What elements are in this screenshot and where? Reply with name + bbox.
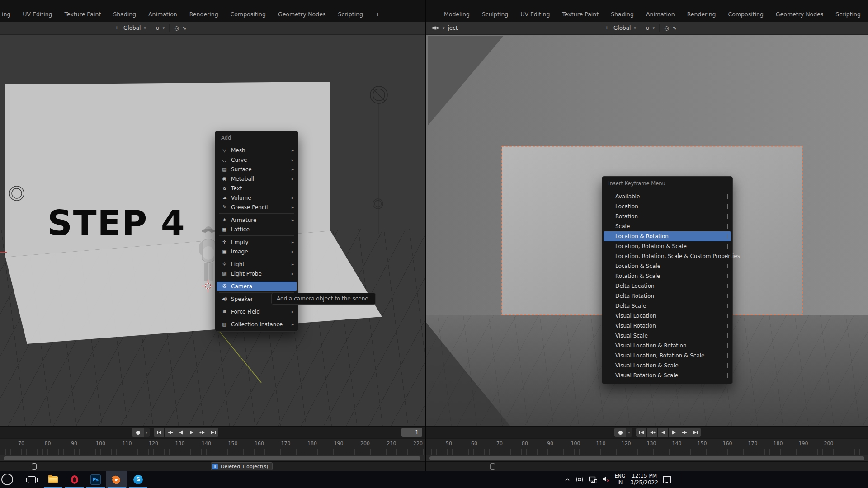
keyframe-menu-item[interactable]: Visual Scale xyxy=(604,331,731,341)
keyframe-menu-item[interactable]: Available xyxy=(604,192,731,202)
eye-icon[interactable] xyxy=(431,25,439,31)
orientation-label[interactable]: Global xyxy=(123,25,141,31)
add-menu-item[interactable]: ◡ Curve ▸ xyxy=(217,155,297,164)
timeline-scroll-track[interactable] xyxy=(0,455,425,461)
taskbar-item-file-explorer[interactable] xyxy=(42,471,64,488)
keyframe-menu-item[interactable]: Location, Rotation, Scale & Custom Prope… xyxy=(604,251,731,261)
add-menu-item[interactable]: ◉ Metaball ▸ xyxy=(217,174,297,183)
timeline-ruler[interactable]: 7080901001101201301401501601701801902002… xyxy=(0,438,425,455)
workspace-tab[interactable]: Animation xyxy=(148,11,177,18)
workspace-tab[interactable]: Modeling xyxy=(444,11,470,18)
workspace-tab[interactable]: Scripting xyxy=(338,11,363,18)
prev-keyframe-button[interactable] xyxy=(165,428,175,437)
auto-keying-button[interactable] xyxy=(614,428,626,437)
jump-to-start-button[interactable] xyxy=(154,428,164,437)
add-menu-item[interactable]: ▥ Collection Instance ▸ xyxy=(217,319,297,329)
snap-magnet-icon[interactable]: ∪ xyxy=(646,25,650,31)
keyframe-menu-item[interactable]: Rotation & Scale xyxy=(604,271,731,281)
keyframe-menu-item[interactable]: Visual Location xyxy=(604,311,731,321)
add-menu-item[interactable]: ☼ Light ▸ xyxy=(217,259,297,269)
timeline-scrollbar[interactable] xyxy=(429,456,864,460)
add-menu-item[interactable]: ☁ Volume ▸ xyxy=(217,193,297,202)
keyframe-menu-item[interactable]: Visual Location & Scale xyxy=(604,361,731,371)
next-keyframe-button[interactable] xyxy=(197,428,208,437)
add-menu-item[interactable]: ✶ Armature ▸ xyxy=(217,215,297,225)
add-menu-item[interactable]: ✎ Grease Pencil ▸ xyxy=(217,202,297,212)
taskbar-item-task-view[interactable] xyxy=(21,471,42,488)
viewport-3d-right[interactable]: Insert Keyframe Menu Available Location … xyxy=(426,35,868,426)
screen-recorder-icon[interactable] xyxy=(576,476,584,483)
jump-to-start-button[interactable] xyxy=(636,428,646,437)
snap-magnet-icon[interactable]: ∪ xyxy=(156,25,160,31)
workspace-tab[interactable]: UV Editing xyxy=(23,11,52,18)
timeline-scroll-track[interactable] xyxy=(426,455,868,461)
chevron-down-icon[interactable]: ▾ xyxy=(634,26,636,30)
workspace-tab[interactable]: Texture Paint xyxy=(65,11,101,18)
workspace-tab[interactable]: + xyxy=(375,11,380,18)
falloff-curve-icon[interactable]: ∿ xyxy=(182,25,187,31)
auto-keying-dropdown[interactable]: ▾ xyxy=(144,428,150,437)
keyframe-menu-item[interactable]: Delta Location xyxy=(604,281,731,291)
timeline-scrollbar[interactable] xyxy=(4,456,420,460)
workspace-tab[interactable]: Rendering xyxy=(687,11,716,18)
chevron-down-icon[interactable]: ▾ xyxy=(443,26,445,30)
auto-keying-button[interactable] xyxy=(132,428,144,437)
taskbar-item-skype[interactable]: S xyxy=(127,471,149,488)
workspace-tab[interactable]: Sculpting xyxy=(482,11,508,18)
falloff-curve-icon[interactable]: ∿ xyxy=(672,25,677,31)
taskbar-item-blender[interactable] xyxy=(106,471,127,488)
workspace-tab[interactable]: Shading xyxy=(113,11,136,18)
orientation-label[interactable]: Global xyxy=(613,25,631,31)
keyframe-menu-item[interactable]: Visual Rotation xyxy=(604,321,731,331)
viewport-3d-left[interactable]: STEP 4 Add ▽ Mesh ▸ ◡ Curve ▸ xyxy=(0,35,425,426)
chevron-down-icon[interactable]: ▾ xyxy=(163,26,165,30)
clock[interactable]: 12:15 PM 3/25/2022 xyxy=(630,473,658,486)
add-menu-item[interactable]: ▽ Mesh ▸ xyxy=(217,145,297,155)
workspace-tab[interactable]: Rendering xyxy=(189,11,218,18)
language-indicator[interactable]: ENGIN xyxy=(615,473,626,486)
add-menu-item[interactable]: ▦ Lattice ▸ xyxy=(217,225,297,234)
workspace-tab[interactable]: Compositing xyxy=(231,11,266,18)
add-menu-item[interactable]: ▣ Image ▸ xyxy=(217,247,297,256)
taskbar-item-search-ring[interactable] xyxy=(0,471,21,488)
show-desktop-divider[interactable] xyxy=(681,473,681,486)
status-report-badge[interactable]: i Deleted 1 object(s) xyxy=(211,462,273,470)
workspace-tab[interactable]: Texture Paint xyxy=(562,11,599,18)
keyframe-menu-item[interactable]: Location & Rotation xyxy=(604,231,731,241)
play-reverse-button[interactable] xyxy=(658,428,668,437)
workspace-tab[interactable]: Shading xyxy=(611,11,634,18)
prev-keyframe-button[interactable] xyxy=(647,428,657,437)
keyframe-menu-item[interactable]: Delta Scale xyxy=(604,301,731,311)
keyframe-menu-item[interactable]: Delta Rotation xyxy=(604,291,731,301)
action-center-icon[interactable] xyxy=(663,476,671,483)
mode-label-fragment[interactable]: ject xyxy=(448,25,458,31)
keyframe-menu-item[interactable]: Visual Rotation & Scale xyxy=(604,371,731,380)
add-menu-item[interactable]: ✇ Camera ▸ xyxy=(217,282,297,291)
add-menu-item[interactable]: a Text ▸ xyxy=(217,183,297,193)
proportional-editing-icon[interactable]: ◎ xyxy=(664,25,669,31)
auto-keying-dropdown[interactable]: ▾ xyxy=(626,428,632,437)
keyframe-menu-item[interactable]: Rotation xyxy=(604,211,731,221)
workspace-tab[interactable]: UV Editing xyxy=(520,11,550,18)
keyframe-menu-item[interactable]: Visual Location & Rotation xyxy=(604,341,731,351)
jump-to-end-button[interactable] xyxy=(208,428,218,437)
add-menu-item[interactable]: ▤ Surface ▸ xyxy=(217,164,297,174)
workspace-tab[interactable]: Compositing xyxy=(728,11,764,18)
jump-to-end-button[interactable] xyxy=(690,428,701,437)
next-keyframe-button[interactable] xyxy=(679,428,690,437)
workspace-tab[interactable]: Geometry Nodes xyxy=(278,11,326,18)
taskbar-item-photoshop[interactable]: Ps xyxy=(85,471,106,488)
play-reverse-button[interactable] xyxy=(175,428,186,437)
current-frame-field[interactable]: 1 xyxy=(401,428,422,437)
keyframe-menu-item[interactable]: Location, Rotation & Scale xyxy=(604,241,731,251)
timeline-ruler[interactable]: 5060708090100110120130140150160170180190… xyxy=(426,438,868,455)
keyframe-menu-item[interactable]: Scale xyxy=(604,221,731,231)
play-button[interactable] xyxy=(669,428,679,437)
keyframe-menu-item[interactable]: Location xyxy=(604,202,731,211)
volume-muted-icon[interactable]: ✕ xyxy=(602,476,610,483)
add-menu-item[interactable]: ▨ Light Probe ▸ xyxy=(217,269,297,278)
add-menu-item[interactable]: ≋ Force Field ▸ xyxy=(217,307,297,316)
add-menu-item[interactable]: ✛ Empty ▸ xyxy=(217,237,297,247)
workspace-tab[interactable]: Animation xyxy=(646,11,675,18)
tray-chevron-up-icon[interactable] xyxy=(564,477,571,482)
